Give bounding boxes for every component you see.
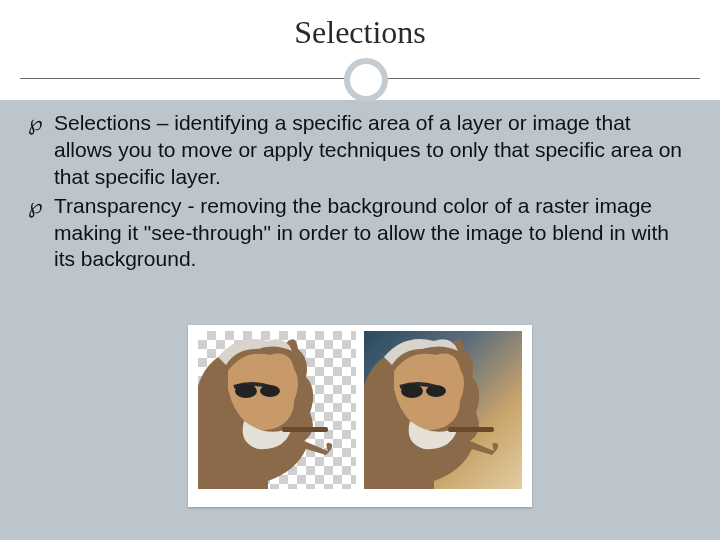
portrait-icon	[364, 331, 522, 489]
bullet-item: ℘Selections – identifying a specific are…	[28, 110, 692, 191]
bullet-icon: ℘	[28, 193, 54, 220]
bullet-text: Selections – identifying a specific area…	[54, 111, 682, 188]
svg-rect-2	[282, 427, 328, 432]
ring-ornament-icon	[344, 58, 388, 102]
bullet-text: Transparency - removing the background c…	[54, 194, 669, 271]
portrait-icon	[198, 331, 356, 489]
svg-rect-5	[448, 427, 494, 432]
svg-point-3	[401, 384, 423, 398]
blended-example-image	[364, 331, 522, 489]
image-frame	[188, 325, 532, 507]
body-text: ℘Selections – identifying a specific are…	[28, 110, 692, 275]
page-title: Selections	[0, 14, 720, 51]
bullet-icon: ℘	[28, 110, 54, 137]
slide: Selections ℘Selections – identifying a s…	[0, 0, 720, 540]
svg-point-0	[235, 384, 257, 398]
bullet-item: ℘Transparency - removing the background …	[28, 193, 692, 274]
svg-point-1	[260, 385, 280, 397]
example-image-row	[0, 325, 720, 507]
svg-point-4	[426, 385, 446, 397]
transparency-example-image	[198, 331, 356, 489]
